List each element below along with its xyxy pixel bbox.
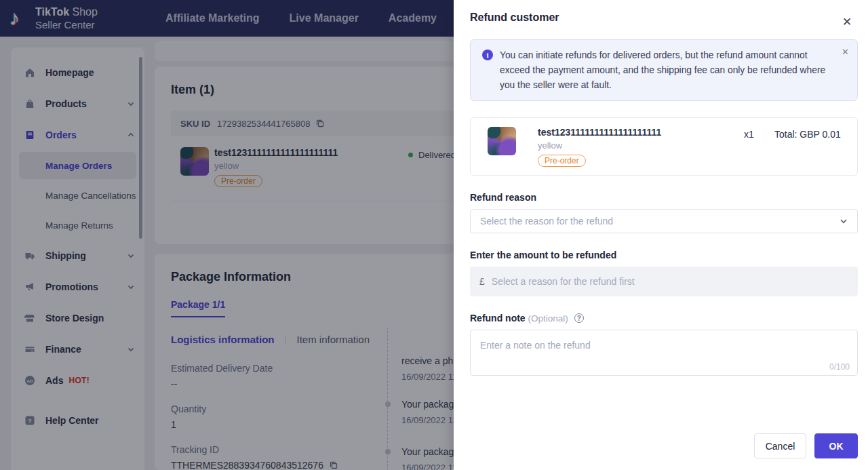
refund-note-placeholder: Enter a note on the refund [480,340,591,351]
chevron-down-icon [839,216,848,226]
refund-note-textarea[interactable]: Enter a note on the refund 0/100 [470,330,858,376]
close-icon[interactable]: ✕ [840,15,854,30]
cancel-button[interactable]: Cancel [754,433,806,458]
refund-reason-select[interactable]: Select the reason for the refund [470,209,858,233]
refund-note-label-text: Refund note [470,313,526,324]
alert-close-icon[interactable]: ✕ [842,47,849,57]
product-variant: yellow [538,140,857,151]
pre-order-badge: Pre-order [538,155,586,167]
refund-info-alert: i You can initiate refunds for delivered… [470,39,858,101]
refund-drawer: Refund customer ✕ i You can initiate ref… [454,0,868,470]
refund-item-card: test1231111111111111111111 yellow Pre-or… [470,117,858,176]
alert-message: You can initiate refunds for delivered o… [500,48,830,92]
info-icon: i [482,50,493,60]
drawer-title: Refund customer [470,12,858,24]
currency-symbol: £ [479,276,485,287]
drawer-footer: Cancel OK [754,433,858,458]
optional-label: (Optional) [528,313,568,324]
refund-amount-input[interactable]: £ Select a reason for the refund first [470,267,858,296]
item-total: Total: GBP 0.01 [774,129,841,140]
product-image [488,127,516,155]
help-tooltip-icon[interactable]: ? [574,313,584,323]
ok-button[interactable]: OK [814,433,858,458]
item-quantity: x1 [744,129,754,140]
refund-note-label: Refund note (Optional) ? [470,313,858,324]
refund-reason-placeholder: Select the reason for the refund [480,216,613,227]
char-counter: 0/100 [829,362,850,372]
refund-amount-placeholder: Select a reason for the refund first [492,276,635,287]
refund-reason-label: Refund reason [470,192,858,203]
refund-amount-label: Enter the amount to be refunded [470,250,858,260]
